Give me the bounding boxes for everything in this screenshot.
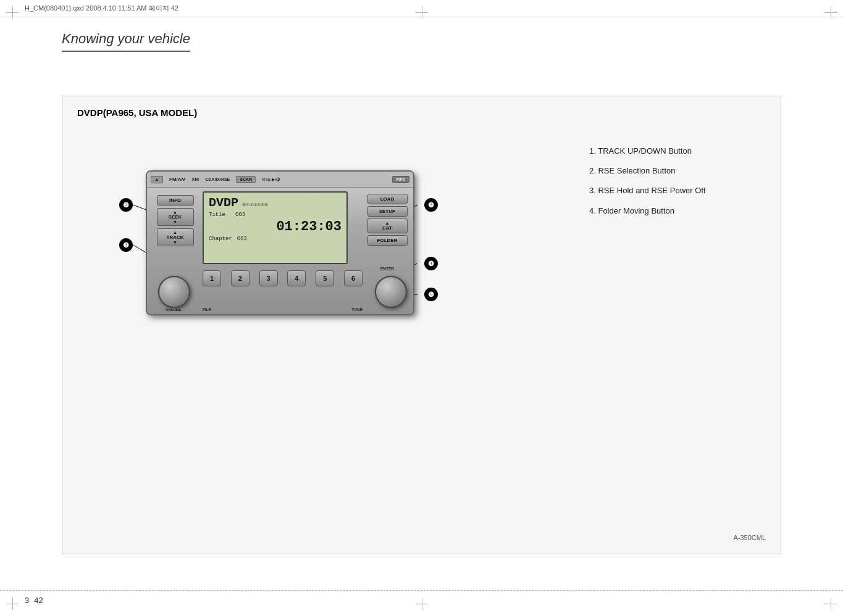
scan-button[interactable]: SCAN	[236, 176, 256, 183]
left-button-group: INFO ▲ SEEK ▼ ▲ TRACK ▼	[152, 191, 198, 246]
seek-up-arrow: ▲	[157, 210, 193, 214]
callout-2: ❷	[119, 198, 133, 212]
setup-button[interactable]: SETUP	[367, 206, 408, 217]
num-2-button[interactable]: 2	[231, 270, 250, 286]
display-screen: DVDP ⑩①②③④⑤⑥ Title 003 01:23:03 Chapter …	[203, 191, 348, 264]
enter-label: ENTER	[364, 267, 410, 271]
screen-title-label: Title	[209, 212, 225, 218]
page-header: H_CM(080401).qxd 2008.4.10 11:51 AM 페이지 …	[0, 0, 843, 17]
legend-item-2: 2. RSE Selection Button	[589, 165, 744, 177]
callout-4: ❹	[424, 257, 438, 270]
screen-chapter-label: Chapter	[209, 236, 232, 242]
legend-item-1: 1. TRACK UP/DOWN Button	[589, 146, 744, 157]
screen-title-num: 003	[235, 212, 245, 218]
num-3-button[interactable]: 3	[259, 270, 278, 286]
page-title: Knowing your vehicle	[62, 31, 190, 52]
page-footer: 3 42	[0, 590, 843, 605]
right-button-group: LOAD SETUP ▲ CAT FOLDER	[364, 191, 410, 246]
bottom-labels: FILE TUNE	[203, 307, 363, 312]
track-button[interactable]: ▲ TRACK ▼	[157, 228, 194, 246]
callout-1: ❶	[119, 238, 133, 252]
screen-icons: ⑩①②③④⑤⑥	[242, 202, 268, 207]
info-button[interactable]: INFO	[157, 195, 194, 206]
page-section: 3	[25, 596, 29, 605]
cat-button[interactable]: ▲ CAT	[367, 219, 408, 233]
seek-down-arrow: ▼	[157, 220, 193, 224]
cat-label: CAT	[368, 225, 407, 231]
page-title-area: Knowing your vehicle	[62, 31, 781, 52]
cat-up-arrow: ▲	[368, 221, 407, 225]
label-xm: XM	[191, 177, 199, 182]
screen-time: 01:23:03	[209, 219, 342, 235]
label-rse-power: RSE ▶/⏻	[262, 177, 280, 182]
callout-5: ❺	[424, 288, 438, 301]
num-6-button[interactable]: 6	[344, 270, 363, 286]
legend-area: 1. TRACK UP/DOWN Button 2. RSE Selection…	[589, 146, 744, 225]
page-num-value: 42	[34, 596, 43, 605]
box-title: DVDP(PA965, USA MODEL)	[62, 96, 781, 124]
header-text: H_CM(080401).qxd 2008.4.10 11:51 AM 페이지 …	[25, 4, 178, 13]
screen-brand: DVDP	[209, 196, 238, 210]
seek-button[interactable]: ▲ SEEK ▼	[157, 208, 194, 226]
track-up-arrow: ▲	[157, 230, 193, 235]
tune-label: TUNE	[351, 307, 363, 312]
num-5-button[interactable]: 5	[316, 270, 334, 286]
page-number: 3 42	[25, 596, 43, 605]
radio-unit: ▲ FM/AM XM CDA/IX/RSE SCAN RSE ▶/⏻ MP3 I…	[146, 170, 414, 315]
device-illustration-area: ❷ ❸ ❶ ❹ ❺ ▲ FM/AM XM CDA/IX/RSE SCAN	[99, 133, 458, 356]
num-4-button[interactable]: 4	[287, 270, 306, 286]
tune-knob[interactable]	[375, 276, 407, 308]
track-down-arrow: ▼	[157, 240, 193, 244]
load-button[interactable]: LOAD	[367, 194, 408, 204]
label-mp3: MP3	[392, 176, 409, 183]
radio-top-bar: ▲ FM/AM XM CDA/IX/RSE SCAN RSE ▶/⏻ MP3	[147, 172, 413, 188]
number-buttons-row: 1 2 3 4 5 6	[203, 269, 363, 288]
label-cda: CDA/IX/RSE	[205, 177, 230, 181]
screen-chapter-num: 003	[237, 236, 247, 242]
folder-button[interactable]: FOLDER	[367, 235, 408, 246]
label-fm-am: FM/AM	[169, 177, 185, 182]
callout-3: ❸	[424, 198, 438, 212]
model-label: A-350CML	[733, 534, 766, 541]
volume-knob[interactable]	[158, 276, 190, 308]
main-content-box: DVDP(PA965, USA MODEL) ❷ ❸ ❶ ❹ ❺ ▲ FM/AM	[62, 96, 781, 554]
track-label: TRACK	[157, 235, 193, 240]
legend-item-3: 3. RSE Hold and RSE Power Off	[589, 185, 744, 196]
seek-label: SEEK	[157, 214, 193, 220]
legend-item-4: 4. Folder Moving Button	[589, 206, 744, 217]
file-label: FILE	[203, 307, 211, 312]
eject-button[interactable]: ▲	[151, 176, 163, 183]
num-1-button[interactable]: 1	[203, 270, 221, 286]
